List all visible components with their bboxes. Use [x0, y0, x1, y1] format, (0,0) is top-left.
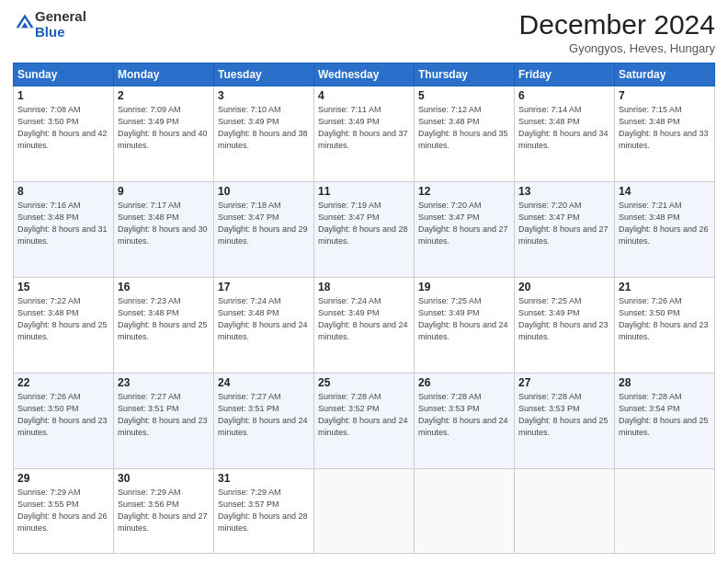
day-number: 24 [218, 376, 310, 389]
day-number: 11 [318, 185, 410, 198]
day-number: 31 [218, 472, 310, 485]
day-info: Sunrise: 7:27 AMSunset: 3:51 PMDaylight:… [218, 391, 310, 439]
day-info: Sunrise: 7:29 AMSunset: 3:57 PMDaylight:… [218, 487, 310, 534]
week-row-3: 15Sunrise: 7:22 AMSunset: 3:48 PMDayligh… [14, 278, 715, 373]
day-cell-21: 21Sunrise: 7:26 AMSunset: 3:50 PMDayligh… [615, 278, 715, 373]
weekday-header-friday: Friday [515, 63, 615, 86]
day-cell-28: 28Sunrise: 7:28 AMSunset: 3:54 PMDayligh… [615, 373, 715, 469]
weekday-header-saturday: Saturday [615, 63, 715, 86]
page: General Blue December 2024 Gyongyos, Hev… [0, 0, 728, 563]
day-number: 5 [418, 89, 510, 102]
day-number: 20 [518, 281, 610, 293]
calendar-header-row: SundayMondayTuesdayWednesdayThursdayFrid… [14, 63, 715, 86]
day-info: Sunrise: 7:20 AMSunset: 3:47 PMDaylight:… [518, 200, 610, 247]
day-number: 9 [118, 185, 210, 198]
day-cell-2: 2Sunrise: 7:09 AMSunset: 3:49 PMDaylight… [114, 86, 214, 182]
day-cell-29: 29Sunrise: 7:29 AMSunset: 3:55 PMDayligh… [14, 469, 114, 554]
weekday-header-thursday: Thursday [415, 63, 515, 86]
empty-cell [314, 469, 415, 554]
day-cell-31: 31Sunrise: 7:29 AMSunset: 3:57 PMDayligh… [214, 469, 314, 554]
day-info: Sunrise: 7:17 AMSunset: 3:48 PMDaylight:… [118, 200, 210, 247]
day-info: Sunrise: 7:28 AMSunset: 3:53 PMDaylight:… [518, 391, 610, 439]
day-number: 2 [118, 89, 210, 102]
day-number: 28 [619, 376, 711, 389]
day-info: Sunrise: 7:21 AMSunset: 3:48 PMDaylight:… [619, 200, 711, 247]
day-info: Sunrise: 7:12 AMSunset: 3:48 PMDaylight:… [418, 104, 510, 152]
day-cell-10: 10Sunrise: 7:18 AMSunset: 3:47 PMDayligh… [214, 182, 314, 278]
day-number: 6 [518, 89, 610, 102]
calendar-table: SundayMondayTuesdayWednesdayThursdayFrid… [13, 63, 715, 554]
header: General Blue December 2024 Gyongyos, Hev… [13, 9, 715, 55]
day-cell-30: 30Sunrise: 7:29 AMSunset: 3:56 PMDayligh… [114, 469, 214, 554]
day-number: 3 [218, 89, 310, 102]
day-number: 10 [218, 185, 310, 198]
logo-icon [15, 13, 35, 33]
day-cell-3: 3Sunrise: 7:10 AMSunset: 3:49 PMDaylight… [214, 86, 314, 182]
day-info: Sunrise: 7:28 AMSunset: 3:53 PMDaylight:… [418, 391, 510, 439]
day-number: 14 [619, 185, 711, 198]
day-cell-7: 7Sunrise: 7:15 AMSunset: 3:48 PMDaylight… [615, 86, 715, 182]
day-cell-17: 17Sunrise: 7:24 AMSunset: 3:48 PMDayligh… [214, 278, 314, 373]
weekday-header-sunday: Sunday [14, 63, 114, 86]
day-number: 23 [118, 376, 210, 389]
day-number: 29 [17, 472, 109, 485]
day-info: Sunrise: 7:10 AMSunset: 3:49 PMDaylight:… [218, 104, 310, 152]
weekday-header-monday: Monday [114, 63, 214, 86]
day-number: 13 [518, 185, 610, 198]
day-number: 19 [418, 281, 510, 293]
day-cell-8: 8Sunrise: 7:16 AMSunset: 3:48 PMDaylight… [14, 182, 114, 278]
day-number: 1 [17, 89, 109, 102]
weekday-header-tuesday: Tuesday [214, 63, 314, 86]
day-info: Sunrise: 7:11 AMSunset: 3:49 PMDaylight:… [318, 104, 410, 152]
day-number: 8 [17, 185, 109, 198]
day-number: 26 [418, 376, 510, 389]
day-cell-24: 24Sunrise: 7:27 AMSunset: 3:51 PMDayligh… [214, 373, 314, 469]
day-cell-22: 22Sunrise: 7:26 AMSunset: 3:50 PMDayligh… [14, 373, 114, 469]
day-info: Sunrise: 7:26 AMSunset: 3:50 PMDaylight:… [17, 391, 109, 439]
day-number: 7 [619, 89, 711, 102]
day-cell-6: 6Sunrise: 7:14 AMSunset: 3:48 PMDaylight… [515, 86, 615, 182]
day-info: Sunrise: 7:28 AMSunset: 3:54 PMDaylight:… [619, 391, 711, 439]
day-cell-16: 16Sunrise: 7:23 AMSunset: 3:48 PMDayligh… [114, 278, 214, 373]
week-row-4: 22Sunrise: 7:26 AMSunset: 3:50 PMDayligh… [14, 373, 715, 469]
day-info: Sunrise: 7:24 AMSunset: 3:49 PMDaylight:… [318, 295, 410, 343]
day-number: 30 [118, 472, 210, 485]
day-number: 18 [318, 281, 410, 293]
week-row-2: 8Sunrise: 7:16 AMSunset: 3:48 PMDaylight… [14, 182, 715, 278]
day-cell-25: 25Sunrise: 7:28 AMSunset: 3:52 PMDayligh… [314, 373, 415, 469]
day-cell-15: 15Sunrise: 7:22 AMSunset: 3:48 PMDayligh… [14, 278, 114, 373]
logo-general: General [35, 8, 86, 24]
month-title: December 2024 [519, 9, 715, 40]
week-row-1: 1Sunrise: 7:08 AMSunset: 3:50 PMDaylight… [14, 86, 715, 182]
day-info: Sunrise: 7:25 AMSunset: 3:49 PMDaylight:… [418, 295, 510, 343]
day-cell-20: 20Sunrise: 7:25 AMSunset: 3:49 PMDayligh… [515, 278, 615, 373]
day-info: Sunrise: 7:22 AMSunset: 3:48 PMDaylight:… [17, 295, 109, 343]
day-number: 4 [318, 89, 410, 102]
day-cell-14: 14Sunrise: 7:21 AMSunset: 3:48 PMDayligh… [615, 182, 715, 278]
day-cell-18: 18Sunrise: 7:24 AMSunset: 3:49 PMDayligh… [314, 278, 415, 373]
day-info: Sunrise: 7:09 AMSunset: 3:49 PMDaylight:… [118, 104, 210, 152]
day-cell-13: 13Sunrise: 7:20 AMSunset: 3:47 PMDayligh… [515, 182, 615, 278]
empty-cell [415, 469, 515, 554]
location: Gyongyos, Heves, Hungary [519, 41, 715, 55]
day-info: Sunrise: 7:16 AMSunset: 3:48 PMDaylight:… [17, 200, 109, 247]
day-number: 27 [518, 376, 610, 389]
day-info: Sunrise: 7:29 AMSunset: 3:56 PMDaylight:… [118, 487, 210, 534]
day-cell-4: 4Sunrise: 7:11 AMSunset: 3:49 PMDaylight… [314, 86, 415, 182]
day-info: Sunrise: 7:20 AMSunset: 3:47 PMDaylight:… [418, 200, 510, 247]
day-number: 16 [118, 281, 210, 293]
logo-text: General Blue [35, 9, 86, 40]
day-info: Sunrise: 7:26 AMSunset: 3:50 PMDaylight:… [619, 295, 711, 343]
empty-cell [615, 469, 715, 554]
day-cell-19: 19Sunrise: 7:25 AMSunset: 3:49 PMDayligh… [415, 278, 515, 373]
day-info: Sunrise: 7:08 AMSunset: 3:50 PMDaylight:… [17, 104, 109, 152]
day-info: Sunrise: 7:27 AMSunset: 3:51 PMDaylight:… [118, 391, 210, 439]
day-info: Sunrise: 7:18 AMSunset: 3:47 PMDaylight:… [218, 200, 310, 247]
day-info: Sunrise: 7:14 AMSunset: 3:48 PMDaylight:… [518, 104, 610, 152]
empty-cell [515, 469, 615, 554]
day-number: 12 [418, 185, 510, 198]
day-cell-5: 5Sunrise: 7:12 AMSunset: 3:48 PMDaylight… [415, 86, 515, 182]
day-info: Sunrise: 7:15 AMSunset: 3:48 PMDaylight:… [619, 104, 711, 152]
day-number: 21 [619, 281, 711, 293]
day-cell-23: 23Sunrise: 7:27 AMSunset: 3:51 PMDayligh… [114, 373, 214, 469]
